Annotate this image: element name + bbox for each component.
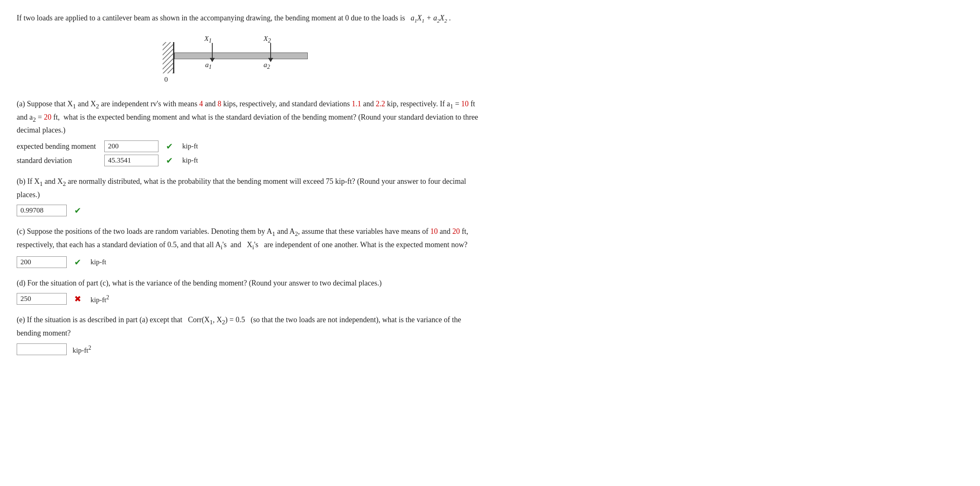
part-e-input[interactable] [17,343,67,355]
part-c-row: ✔ kip-ft [17,256,484,268]
part-a-text: (a) Suppose that X1 and X2 are independe… [17,98,484,136]
x-icon-d: ✖ [74,294,81,304]
unit-c: kip-ft [90,258,106,266]
unit-a1: kip-ft [182,142,198,150]
part-c-section: (c) Suppose the positions of the two loa… [17,225,484,268]
intro-section: If two loads are applied to a cantilever… [17,13,484,25]
unit-e: kip-ft2 [73,344,91,355]
expected-bending-label: expected bending moment [17,142,100,151]
expected-bending-input[interactable] [104,140,158,152]
part-b-text: (b) If X1 and X2 are normally distribute… [17,175,484,200]
a1-label: a1 [205,61,212,70]
part-e-text: (e) If the situation is as described in … [17,314,484,339]
mean2-value: 8 [218,100,221,108]
mean1-value: 4 [199,100,203,108]
arrow-x1 [210,43,215,62]
part-b-row: ✔ [17,205,484,216]
a2-label: a2 [264,61,270,70]
intro-text: If two loads are applied to a cantilever… [17,13,484,25]
part-d-input[interactable] [17,293,67,305]
part-d-section: (d) For the situation of part (c), what … [17,277,484,305]
part-c-input[interactable] [17,256,67,268]
mean-c1: 10 [430,227,438,235]
part-b-section: (b) If X1 and X2 are normally distribute… [17,175,484,216]
diagram-container: X1 X2 a1 a2 0 [17,34,484,88]
part-a-section: (a) Suppose that X1 and X2 are independe… [17,98,484,166]
sd2-value: 2.2 [376,100,385,108]
std-dev-label: standard deviation [17,156,100,165]
check-icon-c: ✔ [74,257,81,267]
sd1-value: 1.1 [352,100,361,108]
check-icon-b: ✔ [74,205,81,215]
part-d-row: ✖ kip-ft2 [17,293,484,305]
part-a-row2: standard deviation ✔ kip-ft [17,155,484,166]
mean-c2: 20 [452,227,460,235]
arrow-x2 [268,43,273,62]
wall-hatch [163,42,174,73]
std-dev-input[interactable] [104,155,158,166]
check-icon-a2: ✔ [166,155,173,165]
beam [174,53,308,59]
part-c-text: (c) Suppose the positions of the two loa… [17,225,484,252]
part-b-input[interactable] [17,205,67,216]
unit-d: kip-ft2 [90,294,109,304]
main-formula: a1X1 + a2X2 [411,14,449,22]
part-d-text: (d) For the situation of part (c), what … [17,277,484,289]
part-e-row: kip-ft2 [17,343,484,355]
zero-label: 0 [164,75,168,84]
cantilever-diagram: X1 X2 a1 a2 0 [163,34,338,88]
check-icon-a1: ✔ [166,141,173,151]
unit-a2: kip-ft [182,156,198,165]
a2-value: 20 [44,113,51,121]
part-e-section: (e) If the situation is as described in … [17,314,484,355]
a1-value: 10 [461,100,469,108]
part-a-row1: expected bending moment ✔ kip-ft [17,140,484,152]
